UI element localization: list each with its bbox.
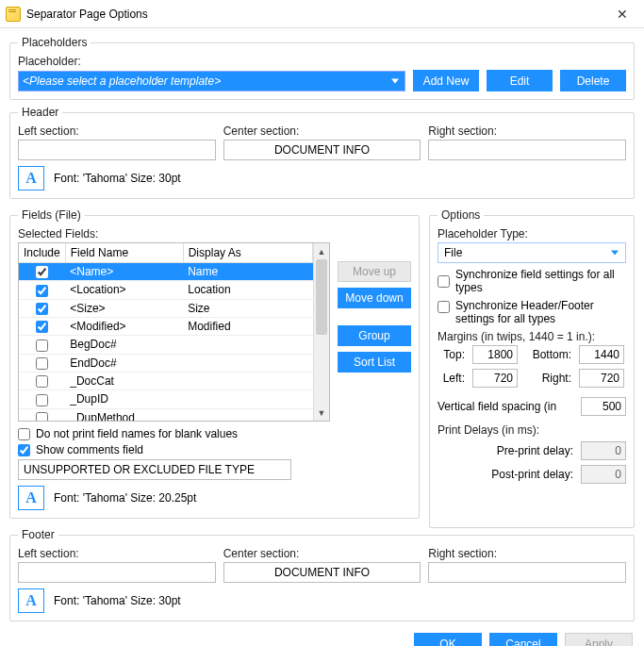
header-center-label: Center section: (223, 124, 421, 138)
margin-left-input[interactable] (472, 369, 518, 388)
add-new-button[interactable]: Add New (413, 70, 479, 91)
include-checkbox[interactable] (36, 321, 48, 333)
display-as-cell (183, 354, 312, 372)
margin-bottom-input[interactable] (579, 345, 624, 364)
placeholders-group: Placeholders Placeholder: <Please select… (9, 36, 635, 100)
fields-header-row: Include Field Name Display As (19, 243, 313, 263)
ok-label: OK (439, 638, 455, 647)
include-checkbox[interactable] (36, 285, 48, 297)
table-row[interactable]: _DupMethod (19, 408, 313, 421)
display-as-cell: Name (183, 263, 312, 281)
table-row[interactable]: BegDoc# (19, 336, 313, 354)
sync-hf-checkbox[interactable] (438, 301, 450, 313)
edit-button[interactable]: Edit (487, 70, 553, 91)
include-checkbox[interactable] (36, 375, 48, 388)
include-cell[interactable] (19, 336, 65, 354)
cancel-label: Cancel (505, 638, 540, 647)
move-up-button[interactable]: Move up (338, 261, 411, 282)
table-row[interactable]: <Size>Size (19, 299, 313, 317)
placeholders-legend: Placeholders (18, 36, 91, 49)
header-legend: Header (18, 106, 62, 119)
table-row[interactable]: EndDoc# (19, 354, 313, 372)
include-cell[interactable] (19, 299, 65, 317)
selected-fields-label: Selected Fields: (18, 227, 411, 240)
table-row[interactable]: _DocCat (19, 372, 313, 389)
footer-font-button[interactable]: A (18, 588, 44, 613)
ph-type-value: File (444, 246, 462, 259)
margin-top-input[interactable] (472, 345, 518, 364)
pre-delay-input[interactable] (581, 441, 626, 460)
placeholder-label: Placeholder: (18, 55, 626, 68)
include-cell[interactable] (19, 372, 65, 389)
table-row[interactable]: _DupID (19, 390, 313, 408)
display-as-cell (183, 408, 312, 421)
blank-values-checkbox[interactable] (18, 428, 30, 440)
display-as-cell (183, 372, 312, 389)
display-as-cell (183, 336, 312, 354)
include-checkbox[interactable] (36, 357, 48, 370)
col-field-name[interactable]: Field Name (65, 243, 183, 263)
include-cell[interactable] (19, 390, 65, 408)
scroll-up-icon[interactable]: ▲ (314, 243, 329, 259)
font-a-icon: A (25, 489, 37, 506)
include-cell[interactable] (19, 354, 65, 372)
post-delay-input[interactable] (581, 465, 626, 484)
scroll-thumb[interactable] (316, 259, 327, 335)
fields-scrollbar[interactable]: ▲ ▼ (313, 243, 329, 421)
ph-type-select[interactable]: File (438, 242, 626, 263)
group-button[interactable]: Group (338, 325, 411, 346)
include-cell[interactable] (19, 408, 65, 421)
footer-group: Footer Left section: Center section: Rig… (9, 528, 635, 621)
move-down-button[interactable]: Move down (338, 288, 411, 308)
include-cell[interactable] (19, 317, 65, 335)
header-left-label: Left section: (18, 124, 216, 138)
footer-center-input[interactable] (223, 562, 421, 583)
include-checkbox[interactable] (36, 303, 48, 315)
sync-hf-label[interactable]: Synchronize Header/Footer settings for a… (455, 299, 626, 325)
close-button[interactable]: ✕ (601, 0, 644, 28)
apply-button[interactable]: Apply (565, 633, 633, 646)
sync-fields-checkbox[interactable] (438, 275, 450, 288)
include-checkbox[interactable] (36, 266, 48, 278)
show-comments-label[interactable]: Show comments field (36, 443, 143, 456)
header-left-input[interactable] (18, 140, 216, 160)
placeholder-select[interactable]: <Please select a placeholder template> (18, 71, 405, 91)
display-as-cell: Modified (183, 317, 312, 335)
footer-left-input[interactable] (18, 562, 216, 583)
comments-field[interactable] (18, 459, 291, 480)
vspacing-label: Vertical field spacing (in (438, 400, 556, 413)
include-checkbox[interactable] (36, 412, 48, 421)
table-row[interactable]: <Location>Location (19, 281, 313, 299)
options-legend: Options (438, 208, 484, 222)
ok-button[interactable]: OK (414, 633, 482, 646)
sync-fields-label[interactable]: Synchronize field settings for all types (455, 268, 626, 294)
fields-legend: Fields (File) (18, 208, 85, 222)
margin-right-input[interactable] (579, 369, 624, 388)
vspacing-input[interactable] (581, 397, 626, 416)
header-right-input[interactable] (428, 140, 626, 160)
table-row[interactable]: <Modified>Modified (19, 317, 313, 335)
header-center-input[interactable] (223, 140, 421, 160)
col-include[interactable]: Include (19, 243, 65, 263)
header-font-button[interactable]: A (18, 166, 44, 190)
fields-grid[interactable]: Include Field Name Display As <Name>Name… (18, 242, 330, 422)
scroll-down-icon[interactable]: ▼ (314, 405, 329, 421)
field-name-cell: _DupMethod (65, 408, 183, 421)
delete-button[interactable]: Delete (560, 70, 626, 91)
app-icon (6, 7, 21, 22)
blank-values-label[interactable]: Do not print field names for blank value… (36, 427, 238, 440)
margin-top-label: Top: (438, 348, 465, 361)
include-cell[interactable] (19, 263, 65, 281)
include-checkbox[interactable] (36, 394, 48, 406)
fields-font-button[interactable]: A (18, 486, 44, 510)
cancel-button[interactable]: Cancel (489, 633, 557, 646)
sort-list-button[interactable]: Sort List (338, 352, 411, 373)
col-display-as[interactable]: Display As (183, 243, 312, 263)
include-cell[interactable] (19, 281, 65, 299)
include-checkbox[interactable] (36, 340, 48, 352)
footer-right-input[interactable] (428, 562, 626, 583)
font-a-icon: A (25, 170, 37, 187)
table-row[interactable]: <Name>Name (19, 263, 313, 281)
show-comments-checkbox[interactable] (18, 444, 30, 456)
post-delay-label: Post-print delay: (491, 468, 573, 481)
